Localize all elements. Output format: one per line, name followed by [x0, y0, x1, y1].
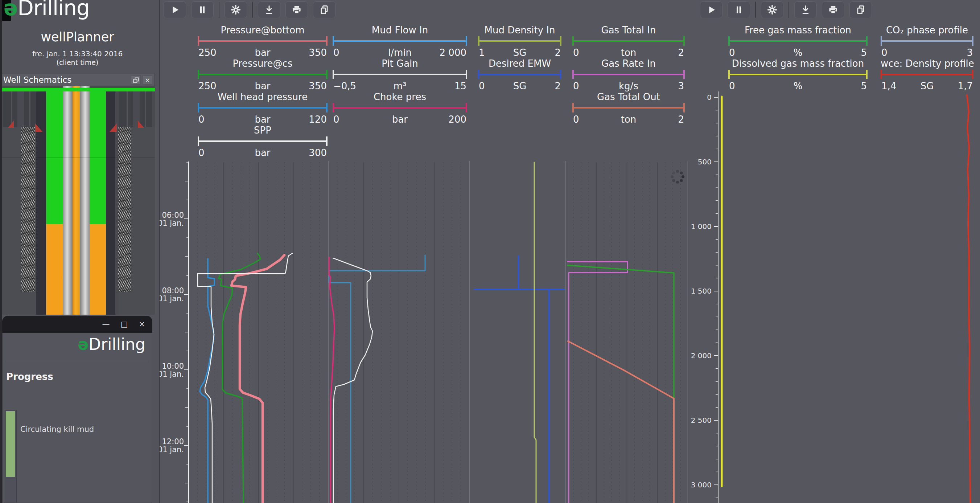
legend-scale-mud-density-in — [478, 36, 562, 46]
legend-title-pressure-bottom: Pressure@bottom — [198, 25, 328, 35]
legend-unit-well-head-pressure: bar — [198, 114, 328, 125]
progress-logo-text: Drilling — [89, 335, 145, 353]
legend-line-spp — [326, 136, 328, 146]
legend-values-choke-pres: 0bar200 — [332, 114, 467, 125]
legend-line-gas-total-in — [572, 40, 685, 42]
depth-axis-label: 2 000 — [691, 351, 712, 360]
legend-title-co-phase-profile: CO₂ phase profile — [881, 25, 974, 35]
legend-title-wce-density-profile: wce: Density profile — [881, 58, 974, 69]
download-icon — [800, 4, 811, 15]
legend-values-free-gas-mass-fraction: 0%5 — [728, 47, 867, 58]
progress-bar-track — [5, 410, 17, 503]
legend-line-dissolved-gas-mass-fraction — [866, 70, 867, 79]
pause-icon — [733, 4, 744, 15]
legend-title-free-gas-mass-fraction: Free gas mass fraction — [728, 25, 867, 35]
download-button[interactable] — [258, 2, 280, 18]
legend-unit-pressure-cs: bar — [198, 81, 328, 91]
legend-max-gas-total-out: 2 — [678, 114, 684, 125]
legend-min-co-phase-profile: 0 — [881, 47, 888, 58]
legend-values-gas-rate-in: 0kg/s3 — [572, 81, 685, 91]
download-button[interactable] — [794, 2, 817, 18]
series-mud-density-in — [534, 162, 536, 503]
maximize-button[interactable]: □ — [121, 321, 128, 328]
legend-title-gas-rate-in: Gas Rate In — [572, 58, 685, 69]
print-icon — [291, 4, 302, 15]
legend-title-pit-gain: Pit Gain — [332, 58, 467, 69]
print-button[interactable] — [822, 2, 844, 18]
legend-values-co-phase-profile: 03 — [881, 47, 974, 58]
play-button[interactable] — [164, 2, 186, 18]
pause-button[interactable] — [727, 2, 750, 18]
legend-line-well-head-pressure — [198, 107, 328, 109]
progress-window-titlebar[interactable]: — □ × — [2, 316, 152, 333]
legend-line-mud-density-in — [560, 36, 562, 46]
legend-values-pressure-cs: 250bar350 — [198, 81, 328, 91]
legend-title-pressure-cs: Pressure@cs — [198, 58, 328, 69]
legend-unit-mud-density-in: SG — [478, 47, 562, 58]
minimize-button[interactable]: — — [102, 321, 110, 328]
legend-max-mud-density-in: 2 — [555, 47, 561, 58]
separator-line — [5, 362, 149, 362]
legend-line-desired-emw — [478, 73, 562, 75]
progress-logo-accent: ǝ — [78, 335, 89, 353]
legend-unit-gas-rate-in: kg/s — [572, 81, 685, 91]
print-button[interactable] — [285, 2, 308, 18]
annulus-kill-mud-right — [89, 224, 106, 315]
legend-values-pressure-bottom: 250bar350 — [198, 47, 328, 58]
legend-line-spp — [198, 141, 328, 142]
play-button[interactable] — [700, 2, 722, 18]
legend-values-spp: 0bar300 — [198, 147, 328, 158]
current-task-label: Circulating kill mud — [20, 425, 94, 434]
depth-axis-label: 1 000 — [691, 222, 712, 231]
settings-button[interactable] — [224, 2, 247, 18]
copy-icon — [855, 4, 866, 15]
legend-line-gas-total-out — [572, 107, 685, 109]
progress-heading: Progress — [6, 371, 53, 382]
play-icon — [169, 4, 180, 15]
time-axis-label: 08:0001 jan. — [159, 286, 184, 303]
legend-unit-free-gas-mass-fraction: % — [728, 47, 867, 58]
progress-window: — □ × ǝDrilling Progress Circulating kil… — [2, 316, 152, 503]
legend-scale-wce-density-profile — [881, 70, 974, 79]
legend-max-gas-total-in: 2 — [678, 47, 684, 58]
legend-scale-pressure-cs — [198, 70, 328, 79]
legend-line-gas-rate-in — [683, 70, 685, 79]
time-axis-label: 06:0001 jan. — [159, 211, 184, 228]
legend-title-choke-pres: Choke pres — [332, 91, 467, 102]
legend-unit-gas-total-in: ton — [572, 47, 685, 58]
toolbar-separator — [252, 2, 253, 18]
legend-scale-gas-total-in — [572, 36, 685, 46]
settings-button[interactable] — [761, 2, 783, 18]
legend-scale-desired-emw — [478, 70, 562, 79]
legend-values-pit-gain: −0,5m³15 — [332, 81, 467, 91]
pause-button[interactable] — [191, 2, 214, 18]
legend-line-co-phase-profile — [972, 36, 974, 46]
depth-axis-label: 2 500 — [691, 416, 712, 425]
legend-line-gas-total-in — [683, 36, 685, 46]
legend-values-gas-total-out: 0ton2 — [572, 114, 685, 125]
legend-unit-gas-total-out: ton — [572, 114, 685, 125]
copy-button[interactable] — [850, 2, 872, 18]
download-icon — [264, 4, 275, 15]
legend-title-gas-total-in: Gas Total In — [572, 25, 685, 35]
legend-max-gas-rate-in: 3 — [678, 81, 684, 91]
legend-unit-dissolved-gas-mass-fraction: % — [728, 81, 867, 91]
toolbar-separator — [219, 2, 220, 18]
close-button[interactable]: × — [138, 321, 145, 328]
legend-line-free-gas-mass-fraction — [866, 36, 867, 46]
legend-title-well-head-pressure: Well head pressure — [198, 91, 328, 102]
legend-max-mud-flow-in: 2 000 — [439, 47, 466, 58]
copy-button[interactable] — [313, 2, 336, 18]
legend-max-co-phase-profile: 3 — [967, 47, 973, 58]
legend-max-wce-density-profile: 1,7 — [958, 81, 973, 91]
gridlines — [197, 161, 689, 503]
legend-unit-spp: bar — [198, 147, 328, 158]
legend-values-gas-total-in: 0ton2 — [572, 47, 685, 58]
pause-icon — [197, 4, 208, 15]
legend-line-well-head-pressure — [326, 103, 328, 112]
chart-toolbar-left — [164, 2, 336, 18]
legend-line-co-phase-profile — [881, 40, 974, 42]
legend-line-mud-flow-in — [466, 36, 467, 46]
legend-values-mud-flow-in: 0l/min2 000 — [332, 47, 467, 58]
legend-scale-spp — [198, 136, 328, 146]
